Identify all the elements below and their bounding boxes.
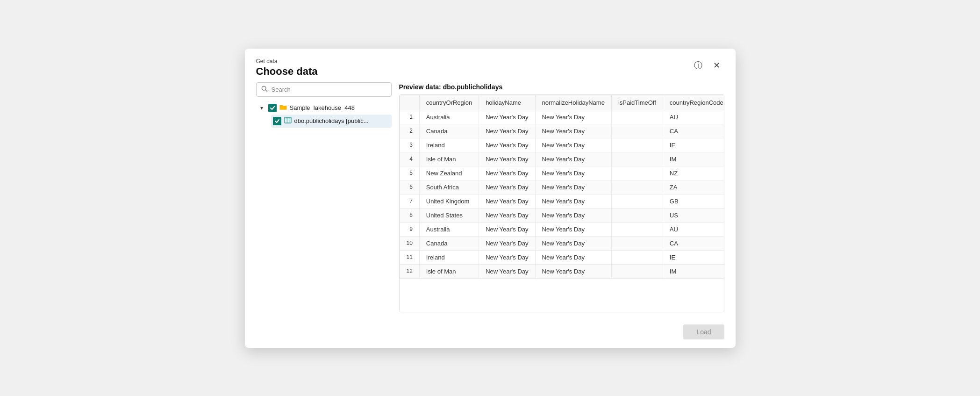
cell-holidayName: New Year's Day [479,180,535,194]
row-number: 8 [400,208,419,222]
cell-countryRegionCode: ZA [663,180,724,194]
cell-normalizeHolidayName: New Year's Day [535,236,611,250]
lakehouse-label: Sample_lakehouse_448 [290,104,390,111]
cell-normalizeHolidayName: New Year's Day [535,138,611,152]
cell-isPaidTimeOff [611,250,663,264]
lakehouse-checkbox[interactable] [268,104,277,112]
table-row: 4Isle of ManNew Year's DayNew Year's Day… [400,152,724,166]
cell-normalizeHolidayName: New Year's Day [535,222,611,236]
row-number: 1 [400,110,419,124]
cell-countryOrRegion: Isle of Man [419,264,479,278]
cell-normalizeHolidayName: New Year's Day [535,208,611,222]
cell-countryRegionCode: NZ [663,166,724,180]
cell-countryOrRegion: New Zealand [419,166,479,180]
cell-countryRegionCode: IE [663,138,724,152]
cell-countryOrRegion: Isle of Man [419,152,479,166]
col-header-countryOrRegion: countryOrRegion [419,95,479,110]
col-header-normalizeHolidayName: normalizeHolidayName [535,95,611,110]
svg-rect-2 [285,117,291,123]
cell-countryRegionCode: IM [663,152,724,166]
cell-normalizeHolidayName: New Year's Day [535,152,611,166]
cell-isPaidTimeOff [611,236,663,250]
cell-holidayName: New Year's Day [479,138,535,152]
cell-holidayName: New Year's Day [479,124,535,138]
right-panel: Preview data: dbo.publicholidays country… [399,82,724,312]
row-number: 5 [400,166,419,180]
col-header-countryRegionCode: countryRegionCode [663,95,724,110]
dialog-action-buttons: ⓘ ✕ [691,58,724,73]
table-row: 1AustraliaNew Year's DayNew Year's DayAU [400,110,724,124]
cell-countryOrRegion: United States [419,208,479,222]
cell-holidayName: New Year's Day [479,194,535,208]
cell-normalizeHolidayName: New Year's Day [535,250,611,264]
row-number: 6 [400,180,419,194]
search-box[interactable] [256,82,392,97]
row-number: 12 [400,264,419,278]
table-row: 12Isle of ManNew Year's DayNew Year's Da… [400,264,724,278]
table-label: dbo.publicholidays [public... [294,117,390,124]
table-row: 9AustraliaNew Year's DayNew Year's DayAU [400,222,724,236]
chevron-down-icon: ▾ [258,105,265,111]
cell-holidayName: New Year's Day [479,110,535,124]
cell-isPaidTimeOff [611,264,663,278]
preview-table: countryOrRegion holidayName normalizeHol… [400,95,724,279]
cell-normalizeHolidayName: New Year's Day [535,194,611,208]
close-button[interactable]: ✕ [709,58,724,73]
cell-holidayName: New Year's Day [479,152,535,166]
col-header-holidayName: holidayName [479,95,535,110]
cell-normalizeHolidayName: New Year's Day [535,180,611,194]
row-number: 2 [400,124,419,138]
cell-normalizeHolidayName: New Year's Day [535,166,611,180]
table-icon [284,117,292,125]
cell-isPaidTimeOff [611,180,663,194]
table-row: 8United StatesNew Year's DayNew Year's D… [400,208,724,222]
left-panel: ▾ Sample_lakehouse_448 [256,82,392,312]
dialog-footer: Load [245,320,736,348]
cell-isPaidTimeOff [611,124,663,138]
load-button[interactable]: Load [683,324,724,339]
cell-countryOrRegion: Australia [419,222,479,236]
preview-table-container[interactable]: countryOrRegion holidayName normalizeHol… [399,94,724,312]
table-row: 10CanadaNew Year's DayNew Year's DayCA [400,236,724,250]
cell-normalizeHolidayName: New Year's Day [535,124,611,138]
tree-item-lakehouse[interactable]: ▾ Sample_lakehouse_448 [256,101,392,115]
cell-holidayName: New Year's Day [479,250,535,264]
row-number: 4 [400,152,419,166]
help-icon: ⓘ [694,60,702,71]
cell-countryRegionCode: AU [663,222,724,236]
choose-data-dialog: Get data Choose data ⓘ ✕ [245,49,736,348]
cell-holidayName: New Year's Day [479,236,535,250]
row-number: 11 [400,250,419,264]
cell-countryOrRegion: Canada [419,124,479,138]
table-row: 7United KingdomNew Year's DayNew Year's … [400,194,724,208]
tree-container: ▾ Sample_lakehouse_448 [256,101,392,312]
cell-countryRegionCode: GB [663,194,724,208]
help-button[interactable]: ⓘ [691,58,706,73]
cell-isPaidTimeOff [611,110,663,124]
cell-countryOrRegion: South Africa [419,180,479,194]
cell-isPaidTimeOff [611,152,663,166]
cell-countryRegionCode: IM [663,264,724,278]
cell-normalizeHolidayName: New Year's Day [535,110,611,124]
title-group: Get data Choose data [256,58,318,78]
table-checkbox[interactable] [273,117,281,125]
table-row: 11IrelandNew Year's DayNew Year's DayIE [400,250,724,264]
cell-isPaidTimeOff [611,194,663,208]
tree-item-table[interactable]: dbo.publicholidays [public... [271,115,392,128]
cell-countryOrRegion: United Kingdom [419,194,479,208]
row-number: 10 [400,236,419,250]
cell-countryOrRegion: Canada [419,236,479,250]
table-row: 2CanadaNew Year's DayNew Year's DayCA [400,124,724,138]
row-number: 7 [400,194,419,208]
folder-icon [279,104,287,112]
table-row: 6South AfricaNew Year's DayNew Year's Da… [400,180,724,194]
cell-normalizeHolidayName: New Year's Day [535,264,611,278]
dialog-body: ▾ Sample_lakehouse_448 [245,82,736,320]
cell-countryRegionCode: AU [663,110,724,124]
cell-countryRegionCode: CA [663,124,724,138]
cell-countryRegionCode: CA [663,236,724,250]
search-input[interactable] [272,86,386,93]
cell-countryRegionCode: IE [663,250,724,264]
cell-countryRegionCode: US [663,208,724,222]
cell-countryOrRegion: Australia [419,110,479,124]
